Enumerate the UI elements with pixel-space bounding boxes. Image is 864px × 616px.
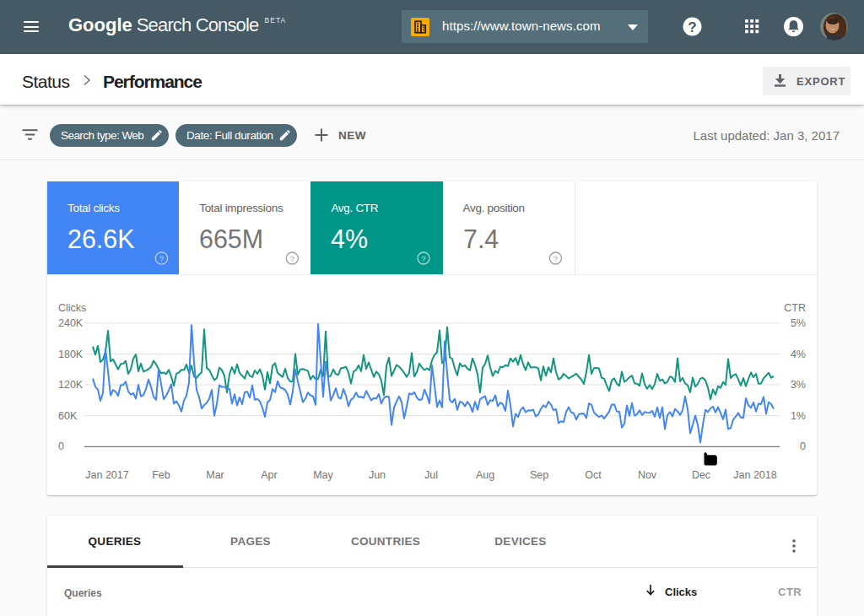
svg-text:180K: 180K (58, 349, 84, 360)
svg-text:Apr: Apr (261, 469, 277, 481)
svg-text:?: ? (421, 254, 425, 263)
svg-text:Sep: Sep (530, 469, 548, 481)
svg-text:Dec: Dec (692, 469, 710, 481)
svg-text:Feb: Feb (152, 469, 170, 481)
svg-text:0: 0 (800, 440, 806, 452)
svg-text:Clicks: Clicks (58, 302, 86, 314)
svg-text:?: ? (688, 19, 696, 35)
svg-text:Jan 2018: Jan 2018 (733, 469, 776, 481)
svg-text:Jun: Jun (369, 469, 386, 481)
svg-text:Jan 2017: Jan 2017 (85, 469, 128, 481)
svg-text:0: 0 (58, 440, 64, 452)
svg-text:60K: 60K (58, 410, 78, 422)
svg-text:May: May (313, 469, 333, 481)
svg-text:?: ? (290, 254, 294, 263)
svg-text:CTR: CTR (784, 302, 806, 314)
svg-text:Oct: Oct (585, 469, 602, 481)
svg-text:4%: 4% (791, 349, 806, 360)
svg-text:Jul: Jul (424, 469, 438, 481)
svg-text:1%: 1% (791, 410, 806, 422)
svg-text:?: ? (159, 254, 164, 263)
svg-text:240K: 240K (58, 317, 84, 329)
svg-text:5%: 5% (791, 317, 806, 329)
svg-text:Aug: Aug (476, 469, 494, 481)
svg-text:Nov: Nov (638, 469, 657, 481)
svg-text:3%: 3% (791, 379, 806, 391)
svg-text:?: ? (554, 254, 558, 263)
svg-text:Mar: Mar (206, 469, 224, 481)
svg-text:120K: 120K (58, 379, 84, 391)
